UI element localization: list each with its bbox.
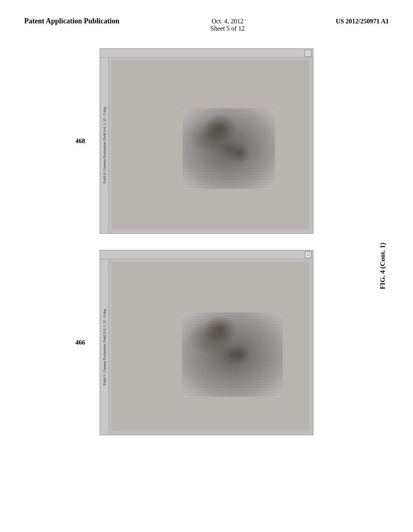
publication-number: US 2012/250971 A1 [336, 16, 389, 25]
panel-imagearea-466: 2.38 2.00 1.50 1.00 0.50 0.00 › [109, 259, 313, 435]
panel-leftlabel-466: Field 3 / Gamma Evaluation: Field 3-3, 1… [100, 259, 109, 435]
topbar-icon-466: □ [305, 251, 311, 258]
image-panel-466: □ Field 3 / Gamma Evaluation: Field 3-3,… [100, 250, 313, 435]
panel-leftlabel-468: Field 4 / Gamma Evaluation: Field 4-4, 1… [100, 58, 109, 233]
panel-topbar-468: □ [100, 49, 313, 58]
ref-number-466: 466 [75, 339, 92, 346]
main-content: 468 □ Field 4 / Gamma Evaluation: Field … [0, 40, 413, 443]
panel-leftlabel-text-466: Field 3 / Gamma Evaluation: Field 3-3, 1… [102, 309, 106, 385]
scan-inner-468 [111, 60, 309, 229]
sheet-info: Sheet 5 of 12 [211, 25, 245, 32]
panel-imagearea-468: 1.67 1.50 1.00 0.50 0.00 › [109, 58, 313, 233]
publication-date-sheet: Oct. 4, 2012 Sheet 5 of 12 [211, 16, 245, 32]
ref-number-468: 468 [75, 137, 92, 145]
scan-inner-466 [111, 262, 309, 431]
panel-leftlabel-text-468: Field 4 / Gamma Evaluation: Field 4-4, 1… [102, 107, 106, 183]
publication-title: Patent Application Publication [24, 16, 119, 26]
scan-noise-466 [111, 262, 309, 431]
publication-date: Oct. 4, 2012 [212, 18, 244, 25]
image-panel-468: □ Field 4 / Gamma Evaluation: Field 4-4,… [100, 48, 313, 234]
page-header: Patent Application Publication Oct. 4, 2… [0, 0, 413, 40]
figure-panel-bottom: 466 □ Field 3 / Gamma Evaluation: Field … [24, 250, 389, 435]
topbar-icon-468: □ [305, 50, 311, 56]
panel-topbar-466: □ [100, 250, 313, 259]
figure-panel-top: 468 □ Field 4 / Gamma Evaluation: Field … [24, 48, 389, 234]
scan-noise-468 [111, 60, 309, 229]
figure-label: FIG. 4 (Cont. 1) [379, 243, 391, 289]
